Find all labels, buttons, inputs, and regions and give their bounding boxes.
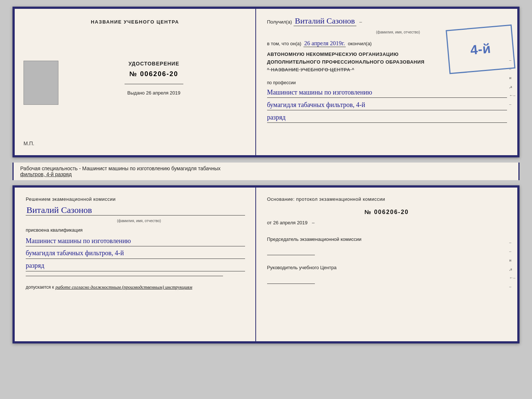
school-name-header: НАЗВАНИЕ УЧЕБНОГО ЦЕНТРА bbox=[91, 19, 179, 25]
deco-b-i: и bbox=[509, 258, 517, 262]
qual-line1: Машинист машины по изготовлению bbox=[26, 236, 245, 247]
protocol-number: № 006206-20 bbox=[267, 209, 506, 215]
deco-b-arrow: ←– bbox=[509, 275, 517, 280]
vydano-label: Выдано bbox=[127, 90, 145, 96]
prisvoyena-text: присвоена квалификация bbox=[26, 227, 245, 233]
recipient-name-top: Виталий Сазонов bbox=[294, 16, 356, 26]
rukovoditel-signature-line bbox=[267, 277, 315, 284]
poluchil-prefix: Получил(а) bbox=[267, 19, 292, 25]
poluchil-line: Получил(а) Виталий Сазонов – bbox=[267, 16, 507, 26]
photo-area: УДОСТОВЕРЕНИЕ № 006206-20 Выдано 26 апре… bbox=[24, 61, 247, 105]
dopuskaetsya-text: работе согласно должностным (производств… bbox=[55, 284, 192, 290]
fio-label-top: (фамилия, имя, отчество) bbox=[376, 30, 420, 34]
bottom-cert-right: Основание: протокол экзаменационной коми… bbox=[256, 188, 517, 341]
deco-char-a: ,а bbox=[509, 84, 517, 89]
vtom-prefix: в том, что он(а) bbox=[267, 41, 301, 46]
deco-char-2: – bbox=[509, 67, 517, 71]
middle-text-content: Рабочая специальность - Машинист машины … bbox=[20, 165, 220, 171]
mp-label: М.П. bbox=[24, 140, 35, 146]
deco-b-a: ,а bbox=[509, 267, 517, 271]
osnov-text: Основание: протокол экзаменационной коми… bbox=[267, 196, 506, 203]
divider-bottom bbox=[26, 276, 223, 276]
okonchil-suffix: окончил(а) bbox=[348, 41, 372, 46]
right-deco-top: – – и ,а ←– – bbox=[509, 9, 517, 155]
middle-text-underlined: фильтров, 4-й разряд bbox=[20, 171, 72, 177]
left-content: УДОСТОВЕРЕНИЕ № 006206-20 Выдано 26 апре… bbox=[61, 61, 247, 96]
deco-char-i: и bbox=[509, 75, 517, 80]
dopuskaetsya-line: допускается к работе согласно должностны… bbox=[26, 284, 245, 290]
recipient-name-bottom: Виталий Сазонов bbox=[26, 205, 245, 215]
divider bbox=[125, 84, 183, 84]
rukovoditel-label: Руководитель учебного Центра bbox=[267, 264, 506, 271]
vydano-date: 26 апреля 2019 bbox=[146, 90, 180, 96]
deco-char-1: – bbox=[509, 58, 517, 62]
middle-text-2: фильтров, 4-й разряд bbox=[20, 171, 512, 177]
dopuskaetsya-prefix: допускается к bbox=[26, 285, 54, 290]
middle-text-1: Рабочая специальность - Машинист машины … bbox=[20, 165, 512, 171]
top-certificate: НАЗВАНИЕ УЧЕБНОГО ЦЕНТРА УДОСТОВЕРЕНИЕ №… bbox=[12, 7, 520, 157]
decision-text: Решением экаменационной комиссии bbox=[26, 196, 245, 203]
top-cert-left: НАЗВАНИЕ УЧЕБНОГО ЦЕНТРА УДОСТОВЕРЕНИЕ №… bbox=[15, 9, 256, 155]
ot-line: от 26 апреля 2019 – bbox=[267, 220, 506, 225]
deco-b-1: – bbox=[509, 240, 517, 245]
chairman-signature-line bbox=[267, 248, 315, 255]
right-deco-bottom: – – и ,а ←– – bbox=[509, 188, 517, 341]
deco-char-3: – bbox=[509, 102, 517, 106]
vydano-line: Выдано 26 апреля 2019 bbox=[127, 90, 180, 96]
bottom-certificate: Решением экаменационной комиссии Виталий… bbox=[12, 185, 520, 343]
profession-label: по профессии bbox=[267, 80, 507, 85]
photo-placeholder bbox=[24, 61, 58, 105]
stamp-overlay: 4-й bbox=[446, 24, 515, 74]
stamp-number: 4-й bbox=[470, 42, 492, 57]
vtom-date: 26 апреля 2019г. bbox=[303, 40, 346, 47]
udostoverenie-number: № 006206-20 bbox=[129, 70, 178, 78]
deco-b-3: – bbox=[509, 284, 517, 289]
qual-line3: разряд bbox=[26, 260, 245, 271]
profession-line1: Машинист машины по изготовлению bbox=[267, 88, 507, 98]
top-cert-right: Получил(а) Виталий Сазонов – (фамилия, и… bbox=[256, 9, 517, 155]
chairman-label: Председатель экзаменационной комиссии bbox=[267, 236, 506, 243]
fio-label-bottom: (фамилия, имя, отчество) bbox=[117, 219, 161, 223]
ot-label: от bbox=[267, 220, 272, 225]
bottom-cert-left: Решением экаменационной комиссии Виталий… bbox=[15, 188, 256, 341]
deco-b-2: – bbox=[509, 249, 517, 253]
profession-line3: разряд bbox=[267, 113, 507, 123]
deco-char-arrow: ←– bbox=[509, 93, 517, 97]
ot-date: 26 апреля 2019 bbox=[273, 220, 308, 225]
udostoverenie-title: УДОСТОВЕРЕНИЕ bbox=[129, 61, 179, 67]
profession-line2: бумагидля табачных фильтров, 4-й bbox=[267, 100, 507, 110]
middle-bar: Рабочая специальность - Машинист машины … bbox=[12, 163, 520, 180]
qual-line2: бумагидля табачных фильтров, 4-й bbox=[26, 248, 245, 259]
